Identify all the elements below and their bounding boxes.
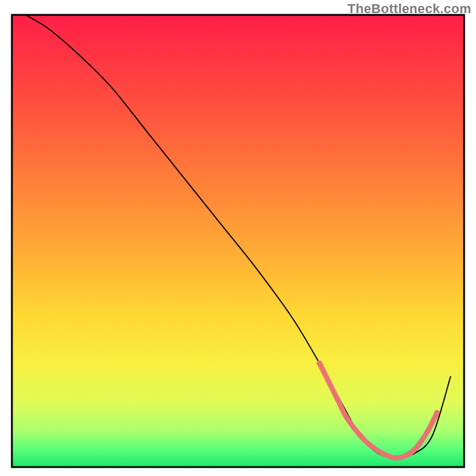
gradient-background: [12, 15, 464, 467]
highlight-dot: [367, 442, 372, 447]
highlight-dot: [358, 433, 363, 438]
watermark-text: TheBottleneck.com: [347, 1, 471, 17]
chart-svg: [0, 0, 476, 476]
highlight-dot: [344, 415, 349, 420]
highlight-dot: [407, 451, 412, 456]
highlight-dot: [380, 451, 386, 456]
highlight-dot: [434, 410, 440, 415]
highlight-dot: [394, 455, 399, 461]
plot-area: [12, 15, 464, 467]
highlight-dot: [326, 378, 331, 384]
highlight-dot: [416, 442, 422, 447]
highlight-dot: [425, 428, 431, 434]
highlight-dot: [317, 361, 322, 366]
chart-stage: TheBottleneck.com: [0, 0, 476, 476]
highlight-dot: [335, 397, 340, 402]
